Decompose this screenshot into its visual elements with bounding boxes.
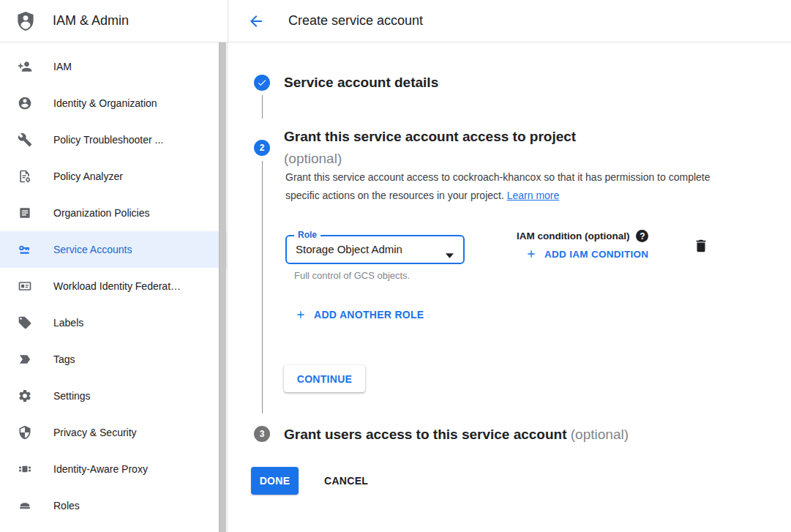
step2-heading: Grant this service account access to pro… bbox=[284, 126, 576, 170]
help-glyph: ? bbox=[640, 231, 645, 241]
top-header: IAM & Admin Create service account bbox=[0, 0, 791, 42]
step1-title: Service account details bbox=[284, 74, 438, 91]
step3-number-badge: 3 bbox=[254, 426, 270, 442]
sidebar-item-policy-troubleshooter[interactable]: Policy Troubleshooter ... bbox=[0, 121, 227, 158]
step3-number: 3 bbox=[260, 429, 265, 439]
step3-optional-label: (optional) bbox=[571, 427, 629, 442]
step2-description: Grant this service account access to coc… bbox=[285, 168, 719, 205]
role-helper-text: Full control of GCS objects. bbox=[294, 270, 410, 281]
cancel-button[interactable]: CANCEL bbox=[317, 467, 375, 495]
sidebar-item-roles[interactable]: Roles bbox=[0, 487, 227, 524]
sidebar-item-label: Workload Identity Federat… bbox=[53, 280, 181, 292]
step2-number-badge: 2 bbox=[254, 140, 270, 156]
sidebar-item-label: Service Accounts bbox=[53, 244, 132, 255]
sidebar-item-organization-policies[interactable]: Organization Policies bbox=[0, 195, 227, 231]
sidebar-item-label: Policy Analyzer bbox=[53, 171, 123, 182]
help-icon[interactable]: ? bbox=[636, 230, 648, 242]
label-tag-icon bbox=[18, 315, 32, 330]
role-field-label: Role bbox=[294, 230, 320, 241]
add-another-role-label: ADD ANOTHER ROLE bbox=[314, 309, 424, 321]
person-add-icon bbox=[18, 59, 32, 74]
sidebar-item-identity-aware-proxy[interactable]: Identity-Aware Proxy bbox=[0, 451, 227, 487]
step2-description-text: Grant this service account access to coc… bbox=[285, 171, 711, 201]
sidebar-item-label: Settings bbox=[53, 390, 91, 402]
service-account-key-icon bbox=[18, 242, 32, 257]
gcp-console-window: IAM & Admin Create service account IAM I… bbox=[0, 0, 791, 532]
sidebar-nav: IAM Identity & Organization Policy Troub… bbox=[0, 42, 228, 532]
sidebar-item-settings[interactable]: Settings bbox=[0, 378, 227, 414]
iam-admin-shield-logo-icon bbox=[15, 10, 37, 33]
create-service-account-form: Service account details 2 Grant this ser… bbox=[228, 42, 791, 532]
sidebar-item-identity-organization[interactable]: Identity & Organization bbox=[0, 85, 227, 121]
role-select[interactable]: Role Storage Object Admin bbox=[285, 235, 465, 264]
sidebar-item-label: Identity & Organization bbox=[53, 97, 157, 109]
app-title: IAM & Admin bbox=[53, 13, 129, 29]
iam-condition-label: IAM condition (optional) bbox=[517, 231, 629, 241]
tag-arrow-icon bbox=[18, 352, 32, 367]
proxy-grid-icon bbox=[18, 462, 32, 476]
wrench-icon bbox=[18, 132, 32, 147]
delete-role-trash-icon[interactable] bbox=[693, 238, 709, 254]
sidebar-scrollbar[interactable] bbox=[219, 42, 226, 532]
step1-complete-check-icon bbox=[254, 75, 270, 91]
sidebar-item-label: Organization Policies bbox=[53, 207, 150, 219]
sidebar-item-iam[interactable]: IAM bbox=[0, 48, 227, 85]
sidebar-item-service-accounts[interactable]: Service Accounts bbox=[0, 231, 227, 268]
plus-icon bbox=[525, 248, 537, 260]
done-button[interactable]: DONE bbox=[251, 467, 299, 495]
add-iam-condition-label: ADD IAM CONDITION bbox=[544, 249, 648, 260]
chevron-down-icon bbox=[446, 248, 454, 261]
account-circle-icon bbox=[18, 96, 32, 110]
back-arrow-icon[interactable] bbox=[247, 12, 265, 30]
header-main-section: Create service account bbox=[228, 0, 791, 42]
step2-optional-label: (optional) bbox=[284, 148, 576, 170]
sidebar-item-label: Tags bbox=[53, 353, 75, 365]
sidebar-item-label: Policy Troubleshooter ... bbox=[53, 134, 163, 146]
step3-title: Grant users access to this service accou… bbox=[284, 427, 567, 442]
step3-heading: Grant users access to this service accou… bbox=[284, 425, 629, 444]
policy-analyzer-icon bbox=[18, 169, 32, 184]
step2-number: 2 bbox=[260, 143, 265, 153]
step-connector-line bbox=[262, 161, 263, 413]
step-connector-line bbox=[262, 95, 263, 119]
add-iam-condition-button[interactable]: ADD IAM CONDITION bbox=[525, 248, 648, 260]
sidebar-item-label: Identity-Aware Proxy bbox=[53, 463, 148, 475]
sidebar-item-labels[interactable]: Labels bbox=[0, 304, 227, 341]
sidebar-item-policy-analyzer[interactable]: Policy Analyzer bbox=[0, 158, 227, 195]
sidebar-item-label: IAM bbox=[53, 61, 72, 72]
shield-half-icon bbox=[18, 425, 32, 440]
page-title: Create service account bbox=[288, 13, 423, 29]
sidebar-item-label: Privacy & Security bbox=[53, 427, 137, 438]
header-left-section: IAM & Admin bbox=[0, 0, 228, 42]
continue-button[interactable]: CONTINUE bbox=[284, 365, 365, 392]
plus-icon bbox=[295, 309, 307, 321]
sidebar-item-workload-identity-federation[interactable]: Workload Identity Federat… bbox=[0, 268, 227, 304]
hat-icon bbox=[18, 498, 32, 513]
id-card-icon bbox=[18, 279, 32, 293]
add-another-role-button[interactable]: ADD ANOTHER ROLE bbox=[295, 309, 424, 321]
sidebar-item-privacy-security[interactable]: Privacy & Security bbox=[0, 414, 227, 451]
iam-condition-section: IAM condition (optional) ? bbox=[517, 230, 648, 242]
learn-more-link[interactable]: Learn more bbox=[507, 190, 560, 201]
gear-icon bbox=[18, 389, 32, 403]
sidebar-item-label: Roles bbox=[53, 500, 80, 512]
document-lines-icon bbox=[18, 206, 32, 220]
sidebar-item-tags[interactable]: Tags bbox=[0, 341, 227, 378]
step2-title: Grant this service account access to pro… bbox=[284, 126, 576, 148]
sidebar-item-label: Labels bbox=[53, 317, 83, 329]
